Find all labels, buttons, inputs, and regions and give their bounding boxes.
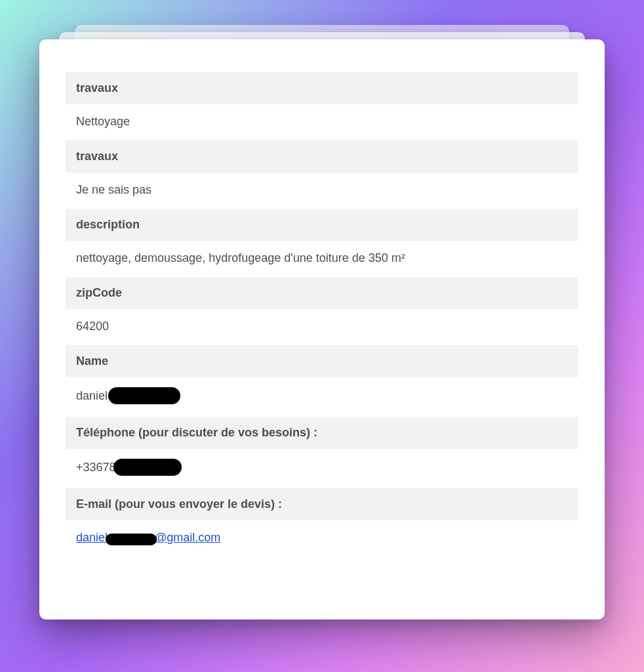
field-value: Nettoyage [66,104,578,140]
email-prefix: daniel [76,531,108,544]
field-label: zipCode [66,277,578,309]
field-row-name: Name daniel [66,345,578,417]
field-label: E-mail (pour vous envoyer le devis) : [66,488,578,520]
field-label: Téléphone (pour discuter de vos besoins)… [66,417,578,449]
email-link[interactable]: daniel@gmail.com [76,531,220,544]
field-row-zipcode: zipCode 64200 [66,277,578,345]
field-value: daniel [66,377,578,417]
redacted-phone [113,459,182,476]
field-label: travaux [66,140,578,173]
field-value: 64200 [66,309,578,345]
email-suffix: @gmail.com [155,531,220,544]
field-value: nettoyage, demoussage, hydrofugeage d'un… [66,241,578,277]
field-value: Je ne sais pas [66,173,578,209]
field-value: daniel@gmail.com [66,520,578,556]
phone-prefix: +33678 [76,461,116,474]
field-value: +33678 [66,449,578,488]
name-prefix: daniel [76,389,111,402]
card-stack: travaux Nettoyage travaux Je ne sais pas… [39,39,605,620]
form-card: travaux Nettoyage travaux Je ne sais pas… [39,39,605,620]
field-row-travaux-2: travaux Je ne sais pas [66,140,578,209]
redacted-email [106,534,157,545]
field-row-travaux-1: travaux Nettoyage [66,72,578,140]
field-row-description: description nettoyage, demoussage, hydro… [66,209,578,277]
redacted-name [108,387,180,404]
field-row-email: E-mail (pour vous envoyer le devis) : da… [66,488,578,556]
field-row-telephone: Téléphone (pour discuter de vos besoins)… [66,417,578,488]
field-label: travaux [66,72,578,104]
field-label: Name [66,345,578,377]
field-label: description [66,209,578,241]
